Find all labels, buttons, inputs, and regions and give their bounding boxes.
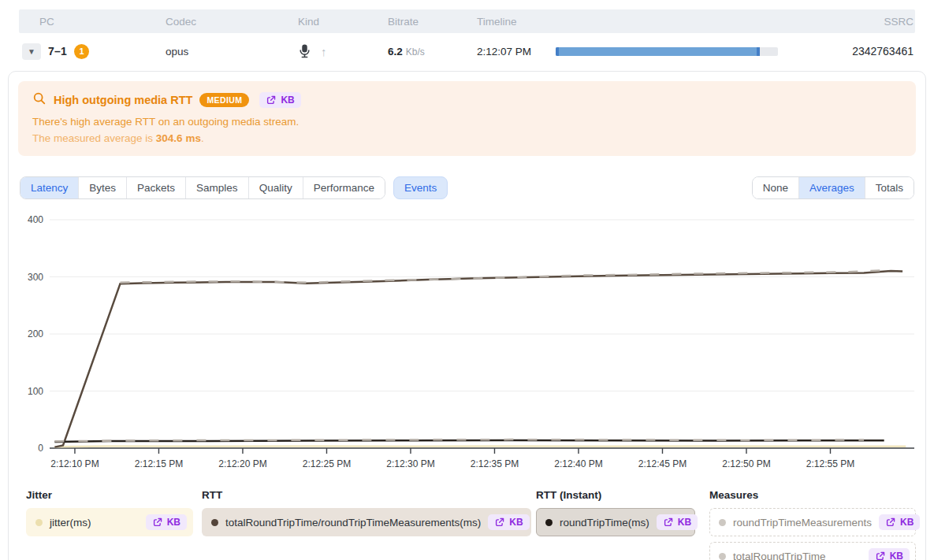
svg-text:2:12:25 PM: 2:12:25 PM <box>303 458 351 469</box>
tab-latency[interactable]: Latency <box>20 177 78 198</box>
severity-badge: MEDIUM <box>199 93 249 107</box>
svg-text:2:12:10 PM: 2:12:10 PM <box>50 458 99 469</box>
tab-bytes[interactable]: Bytes <box>78 177 126 198</box>
svg-text:400: 400 <box>28 214 43 225</box>
alert-kb-button[interactable]: KB <box>259 92 300 108</box>
chart-toolbar: Latency Bytes Packets Samples Quality Pe… <box>20 176 914 199</box>
legend-item-avg-rtt[interactable]: totalRoundTripTime/roundTripTimeMeasurem… <box>202 508 531 536</box>
legend-group-rtt-instant: RTT (Instant) roundTripTime(ms) KB <box>536 489 695 536</box>
rtt-kb-button[interactable]: KB <box>488 514 529 530</box>
share-icon <box>875 551 886 560</box>
search-icon <box>32 91 47 109</box>
stream-detail-card: High outgoing media RTT MEDIUM KB There'… <box>8 71 926 560</box>
tab-totals[interactable]: Totals <box>865 177 914 198</box>
tab-events[interactable]: Events <box>393 176 448 199</box>
series-dot <box>211 519 218 526</box>
measurements-kb-button[interactable]: KB <box>879 514 920 530</box>
bitrate-value: 6.2Kb/s <box>388 44 477 58</box>
col-header-codec: Codec <box>166 16 298 28</box>
line-chart-canvas: 01002003004002:12:10 PM2:12:15 PM2:12:20… <box>18 212 916 475</box>
tab-averages[interactable]: Averages <box>798 177 865 198</box>
tab-none[interactable]: None <box>753 177 798 198</box>
svg-text:2:12:50 PM: 2:12:50 PM <box>722 458 770 469</box>
ssrc-value: 2342763461 <box>789 45 915 57</box>
col-header-pc: PC <box>19 16 166 28</box>
legend-item-instant-rtt[interactable]: roundTripTime(ms) KB <box>536 508 695 536</box>
total-rtt-kb-button[interactable]: KB <box>869 548 910 560</box>
share-icon <box>494 517 505 528</box>
timeline-progress-bar[interactable] <box>556 47 778 56</box>
svg-text:200: 200 <box>28 328 43 339</box>
alert-title: High outgoing media RTT <box>54 94 192 106</box>
tab-packets[interactable]: Packets <box>126 177 185 198</box>
latency-chart: 01002003004002:12:10 PM2:12:15 PM2:12:20… <box>18 212 916 478</box>
share-icon <box>663 517 674 528</box>
col-header-ssrc: SSRC <box>789 16 915 28</box>
legend-group-jitter: Jitter jitter(ms) KB <box>26 489 193 536</box>
microphone-icon <box>298 43 311 59</box>
svg-text:2:12:30 PM: 2:12:30 PM <box>386 458 434 469</box>
svg-text:100: 100 <box>28 386 43 397</box>
streams-table: PC Codec Kind Bitrate Timeline SSRC ▼ 7–… <box>19 9 915 69</box>
tab-performance[interactable]: Performance <box>303 177 385 198</box>
arrow-up-icon: ↑ <box>321 45 327 58</box>
share-icon <box>266 95 277 106</box>
jitter-kb-button[interactable]: KB <box>146 514 187 530</box>
table-row: ▼ 7–1 1 opus ↑ 6.2Kb/s 2:12:07 PM <box>19 33 915 69</box>
share-icon <box>152 517 163 528</box>
series-dot <box>545 519 553 526</box>
chart-legend: Jitter jitter(ms) KB RTT totalRoundTripT… <box>26 489 916 560</box>
legend-item-total-rtt[interactable]: totalRoundTripTime KB <box>709 542 916 560</box>
rtt-alert-box: High outgoing media RTT MEDIUM KB There'… <box>18 81 916 156</box>
svg-text:2:12:20 PM: 2:12:20 PM <box>218 458 266 469</box>
metric-tab-group: Latency Bytes Packets Samples Quality Pe… <box>20 176 385 199</box>
alert-measured-average: The measured average is 304.6 ms. <box>32 132 902 144</box>
series-dot <box>719 553 726 560</box>
triangle-down-icon: ▼ <box>28 47 35 56</box>
svg-text:2:12:45 PM: 2:12:45 PM <box>638 458 687 469</box>
timeline-progress-fill <box>556 47 760 56</box>
series-dot <box>35 519 43 526</box>
share-icon <box>885 517 896 528</box>
svg-text:2:12:15 PM: 2:12:15 PM <box>135 458 183 469</box>
legend-item-rtt-measurements[interactable]: roundTripTimeMeasurements KB <box>709 508 916 536</box>
collapse-row-button[interactable]: ▼ <box>22 43 41 60</box>
legend-group-rtt: RTT totalRoundTripTime/roundTripTimeMeas… <box>202 489 531 536</box>
series-dot <box>719 519 726 526</box>
aggregate-tab-group: None Averages Totals <box>752 176 914 199</box>
timeline-time: 2:12:07 PM <box>477 46 556 57</box>
svg-text:2:12:35 PM: 2:12:35 PM <box>471 458 519 469</box>
codec-value: opus <box>166 46 298 57</box>
tab-samples[interactable]: Samples <box>185 177 248 198</box>
legend-group-measures: Measures roundTripTimeMeasurements KB to… <box>709 489 916 560</box>
col-header-bitrate: Bitrate <box>388 16 477 28</box>
legend-item-jitter-ms[interactable]: jitter(ms) KB <box>26 508 193 536</box>
alert-count-badge: 1 <box>74 44 89 59</box>
svg-text:0: 0 <box>38 443 43 454</box>
instant-rtt-kb-button[interactable]: KB <box>657 514 698 530</box>
table-header: PC Codec Kind Bitrate Timeline SSRC <box>19 9 915 33</box>
tab-quality[interactable]: Quality <box>248 177 303 198</box>
pc-label: 7–1 <box>48 45 67 57</box>
svg-text:2:12:40 PM: 2:12:40 PM <box>554 458 602 469</box>
alert-description: There's high average RTT on an outgoing … <box>32 116 902 128</box>
col-header-timeline: Timeline <box>477 16 556 28</box>
svg-text:2:12:55 PM: 2:12:55 PM <box>806 458 854 469</box>
svg-text:300: 300 <box>28 272 43 283</box>
col-header-kind: Kind <box>298 16 388 28</box>
